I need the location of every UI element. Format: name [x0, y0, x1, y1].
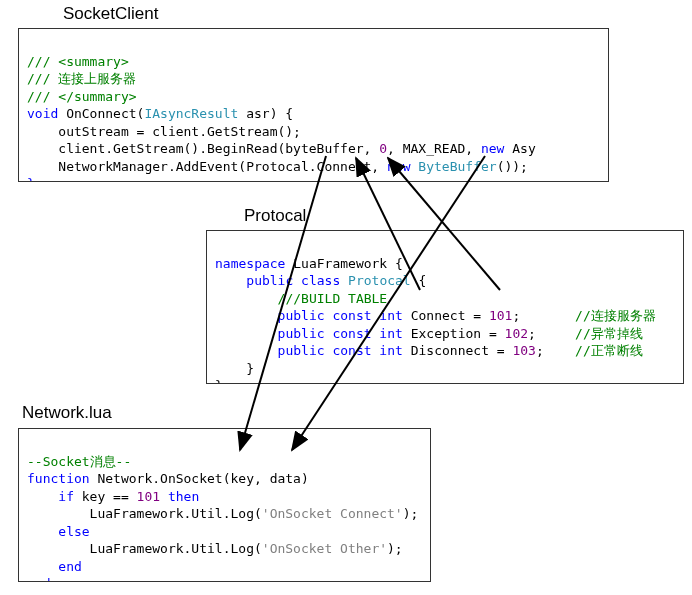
codebox-protocal: namespace LuaFramework { public class Pr…: [206, 230, 684, 384]
codebox-networklua: --Socket消息-- function Network.OnSocket(k…: [18, 428, 431, 582]
code-line: NetworkManager.AddEvent(Protocal.Connect…: [27, 159, 528, 174]
code-line: }: [215, 361, 254, 376]
code-line: /// </summary>: [27, 89, 137, 104]
code-line: --Socket消息--: [27, 454, 131, 469]
code-line: LuaFramework.Util.Log('OnSocket Other');: [27, 541, 403, 556]
code-line: outStream = client.GetStream();: [27, 124, 301, 139]
code-line: public const int Exception = 102; //异常掉线: [215, 326, 643, 341]
code-line: namespace LuaFramework {: [215, 256, 403, 271]
code-line: end: [27, 559, 82, 574]
code-line: public const int Disconnect = 103; //正常断…: [215, 343, 643, 358]
code-line: /// 连接上服务器: [27, 71, 136, 86]
code-line: client.GetStream().BeginRead(byteBuffer,…: [27, 141, 536, 156]
code-line: function Network.OnSocket(key, data): [27, 471, 309, 486]
label-networklua: Network.lua: [22, 403, 112, 423]
code-line: LuaFramework.Util.Log('OnSocket Connect'…: [27, 506, 418, 521]
label-socketclient: SocketClient: [63, 4, 158, 24]
code-line: public const int Connect = 101; //连接服务器: [215, 308, 656, 323]
code-line: if key == 101 then: [27, 489, 199, 504]
code-line: void OnConnect(IAsyncResult asr) {: [27, 106, 293, 121]
code-line: public class Protocal {: [215, 273, 426, 288]
label-protocal: Protocal: [244, 206, 306, 226]
code-line: ///BUILD TABLE: [215, 291, 387, 306]
code-line: }: [215, 378, 223, 384]
codebox-socketclient: /// <summary> /// 连接上服务器 /// </summary> …: [18, 28, 609, 182]
code-line: end: [27, 576, 50, 582]
code-line: /// <summary>: [27, 54, 129, 69]
code-line: }: [27, 176, 35, 182]
code-line: else: [27, 524, 90, 539]
